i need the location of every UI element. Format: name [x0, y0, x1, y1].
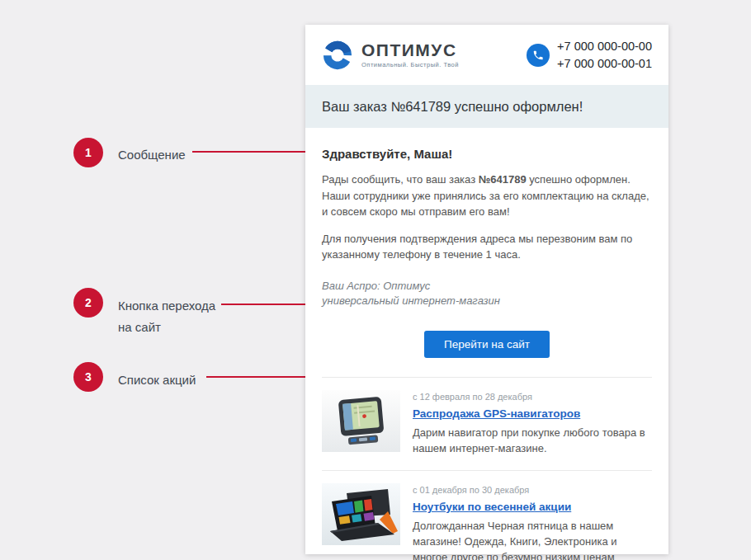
annotation-line-3: [206, 376, 312, 378]
phone-icon: [527, 44, 550, 67]
promo-description: Дарим навигатор при покупке любого товар…: [413, 426, 652, 457]
go-to-site-button[interactable]: Перейти на сайт: [424, 331, 550, 358]
promo-title-link[interactable]: Распродажа GPS-навигаторов: [413, 407, 580, 420]
brand-logo: ОПТИМУС Оптимальный. Быстрый. Твой: [322, 40, 459, 71]
annotation-number: 1: [85, 146, 92, 159]
annotation-line-1: [192, 151, 311, 153]
brand-name: ОПТИМУС: [361, 41, 459, 59]
page: 1 Сообщение 2 Кнопка перехода на сайт 3 …: [0, 0, 751, 560]
promo-dates: с 01 декабря по 30 декабря: [413, 485, 652, 495]
order-paragraph: Рады сообщить, что ваш заказ №641789 усп…: [322, 172, 652, 220]
annotation-number: 2: [85, 296, 92, 309]
email-preview: ОПТИМУС Оптимальный. Быстрый. Твой +7 00…: [305, 25, 668, 554]
email-body: Здравствуйте, Маша! Рады сообщить, что в…: [305, 147, 668, 560]
promo-dates: с 12 февраля по 28 декабря: [413, 392, 652, 402]
signature-line-1: Ваш Аспро: Оптимус: [322, 279, 652, 294]
order-banner-title: Ваш заказ №641789 успешно оформлен!: [322, 99, 583, 115]
annotation-badge-1: 1: [73, 138, 103, 167]
annotation-label-cta: Кнопка перехода на сайт: [118, 295, 221, 338]
phone-numbers: +7 000 000-00-00 +7 000 000-00-01: [557, 38, 652, 72]
promo-content: с 12 февраля по 28 декабря Распродажа GP…: [413, 390, 652, 457]
brand-tagline: Оптимальный. Быстрый. Твой: [361, 61, 459, 68]
phone-number-2: +7 000 000-00-01: [557, 55, 652, 72]
annotation-badge-3: 3: [73, 362, 103, 392]
promo-content: с 01 декабря по 30 декабря Ноутбуки по в…: [413, 483, 652, 560]
order-number: №641789: [479, 173, 527, 186]
laptop-image: [322, 483, 400, 545]
signature: Ваш Аспро: Оптимус универсальный интерне…: [322, 279, 652, 310]
optimus-logo-icon: [322, 40, 353, 71]
annotation-badge-2: 2: [73, 288, 103, 318]
order-paragraph-text: Рады сообщить, что ваш заказ: [322, 173, 479, 186]
gps-navigator-image: [322, 390, 400, 452]
phone-number-1: +7 000 000-00-00: [557, 38, 652, 54]
order-banner: Ваш заказ №641789 успешно оформлен!: [305, 85, 668, 128]
email-header: ОПТИМУС Оптимальный. Быстрый. Твой +7 00…: [305, 25, 668, 85]
promo-item-gps: с 12 февраля по 28 декабря Распродажа GP…: [322, 378, 652, 470]
annotation-number: 3: [85, 370, 92, 384]
greeting: Здравствуйте, Маша!: [322, 147, 652, 161]
promo-item-laptops: с 01 декабря по 30 декабря Ноутбуки по в…: [322, 471, 652, 560]
cta-wrapper: Перейти на сайт: [322, 331, 652, 358]
annotation-label-promos: Список акций: [118, 369, 196, 391]
annotation-label-message: Сообщение: [118, 144, 186, 166]
phone-block: +7 000 000-00-00 +7 000 000-00-01: [527, 38, 652, 72]
promo-description: Долгожданная Черная пятница в нашем мага…: [413, 519, 652, 560]
promo-title-link[interactable]: Ноутбуки по весенней акции: [413, 501, 571, 513]
signature-line-2: универсальный интернет-магазин: [322, 294, 652, 309]
callback-paragraph: Для получения подтверждения адреса мы пе…: [322, 231, 652, 263]
